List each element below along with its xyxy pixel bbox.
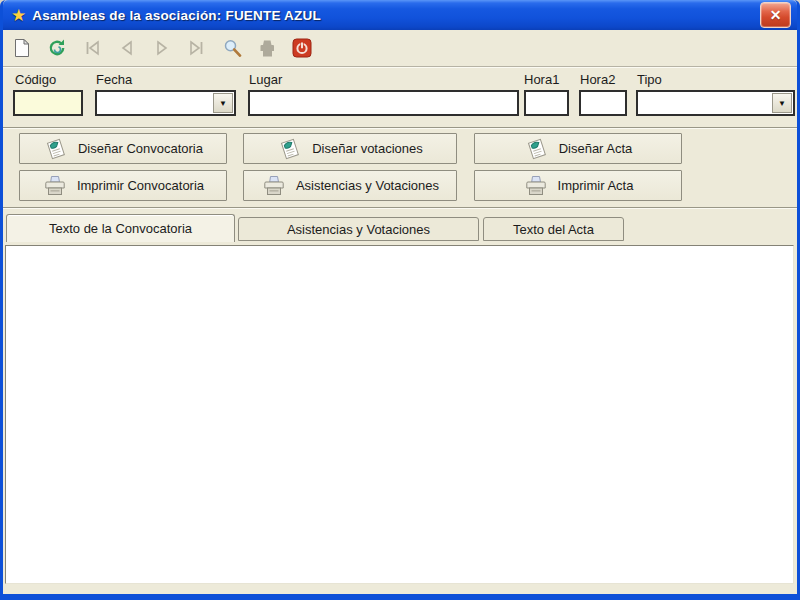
new-record-button[interactable] xyxy=(9,35,35,61)
tab-label: Texto del Acta xyxy=(513,222,594,237)
tab-texto-convocatoria[interactable]: Texto de la Convocatoria xyxy=(6,214,235,242)
button-label: Imprimir Convocatoria xyxy=(77,178,204,193)
close-button[interactable]: ✕ xyxy=(760,2,791,28)
hora1-input[interactable] xyxy=(524,90,569,116)
toolbar xyxy=(3,30,797,67)
title-bar: ★ Asambleas de la asociación: FUENTE AZU… xyxy=(3,0,797,30)
tab-label: Texto de la Convocatoria xyxy=(49,221,192,236)
imprimir-acta-button[interactable]: Imprimir Acta xyxy=(474,170,682,201)
hora1-label: Hora1 xyxy=(524,72,559,87)
new-document-icon xyxy=(11,37,33,59)
tipo-dropdown-button[interactable]: ▼ xyxy=(772,93,792,113)
design-document-icon xyxy=(277,136,303,162)
tab-texto-acta[interactable]: Texto del Acta xyxy=(483,217,624,241)
disenar-votaciones-button[interactable]: Diseñar votaciones xyxy=(243,133,457,164)
chevron-down-icon: ▼ xyxy=(778,99,786,108)
printer-icon xyxy=(261,173,287,199)
app-window: ★ Asambleas de la asociación: FUENTE AZU… xyxy=(0,0,800,600)
convocatoria-text-area[interactable] xyxy=(5,245,794,584)
app-star-icon: ★ xyxy=(11,5,26,26)
disenar-acta-button[interactable]: Diseñar Acta xyxy=(474,133,682,164)
previous-record-icon xyxy=(116,37,138,59)
refresh-button[interactable] xyxy=(44,35,70,61)
printer-icon xyxy=(523,173,549,199)
hora2-label: Hora2 xyxy=(580,72,615,87)
chevron-down-icon: ▼ xyxy=(219,99,227,108)
printer-icon xyxy=(42,173,68,199)
imprimir-convocatoria-button[interactable]: Imprimir Convocatoria xyxy=(19,170,227,201)
design-document-icon xyxy=(43,136,69,162)
fecha-combobox[interactable]: ▼ xyxy=(95,90,236,116)
next-record-icon xyxy=(151,37,173,59)
tipo-label: Tipo xyxy=(637,72,662,87)
tipo-combobox[interactable]: ▼ xyxy=(636,90,795,116)
next-record-button[interactable] xyxy=(149,35,175,61)
exit-button[interactable] xyxy=(289,35,315,61)
disenar-convocatoria-button[interactable]: Diseñar Convocatoria xyxy=(19,133,227,164)
search-button[interactable] xyxy=(219,35,245,61)
first-record-button[interactable] xyxy=(79,35,105,61)
codigo-input[interactable] xyxy=(13,90,83,116)
print-button[interactable] xyxy=(254,35,280,61)
tab-asistencias-votaciones[interactable]: Asistencias y Votaciones xyxy=(238,217,479,241)
previous-record-button[interactable] xyxy=(114,35,140,61)
fecha-dropdown-button[interactable]: ▼ xyxy=(213,93,233,113)
search-icon xyxy=(221,37,243,59)
design-document-icon xyxy=(524,136,550,162)
last-record-button[interactable] xyxy=(184,35,210,61)
button-label: Diseñar Convocatoria xyxy=(78,141,203,156)
button-label: Asistencias y Votaciones xyxy=(296,178,439,193)
close-icon: ✕ xyxy=(770,7,782,23)
tab-label: Asistencias y Votaciones xyxy=(287,222,430,237)
button-label: Diseñar votaciones xyxy=(312,141,423,156)
exit-icon xyxy=(291,37,313,59)
button-label: Diseñar Acta xyxy=(559,141,633,156)
print-icon xyxy=(256,37,278,59)
fecha-label: Fecha xyxy=(96,72,132,87)
last-record-icon xyxy=(186,37,208,59)
first-record-icon xyxy=(81,37,103,59)
codigo-label: Código xyxy=(15,72,56,87)
button-label: Imprimir Acta xyxy=(558,178,634,193)
window-title: Asambleas de la asociación: FUENTE AZUL xyxy=(32,8,760,23)
asistencias-votaciones-button[interactable]: Asistencias y Votaciones xyxy=(243,170,457,201)
lugar-label: Lugar xyxy=(249,72,282,87)
hora2-input[interactable] xyxy=(579,90,627,116)
lugar-input[interactable] xyxy=(248,90,519,116)
refresh-icon xyxy=(46,37,68,59)
